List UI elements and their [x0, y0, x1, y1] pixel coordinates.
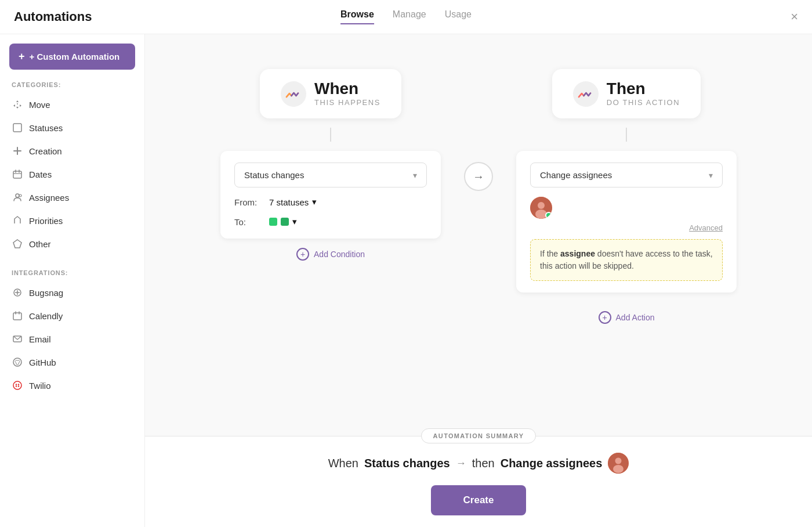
- sidebar-item-bugsnag-label: Bugsnag: [29, 288, 63, 298]
- avatar-online-badge: [545, 212, 552, 219]
- svg-marker-9: [13, 240, 21, 248]
- sidebar-item-twilio[interactable]: Twilio: [0, 374, 144, 397]
- to-row: To: ▾: [234, 216, 427, 227]
- svg-point-29: [615, 458, 622, 464]
- sidebar-item-github[interactable]: GitHub: [0, 351, 144, 374]
- when-condition-card: Status changes ▾ From: 7 statuses ▾ To:: [220, 151, 441, 239]
- to-color-2: [281, 218, 289, 226]
- add-action-row[interactable]: + Add Action: [599, 311, 655, 324]
- svg-rect-3: [13, 171, 21, 178]
- to-color-1: [269, 218, 277, 226]
- integrations-label: INTEGRATIONS:: [0, 265, 144, 281]
- other-icon: [12, 238, 23, 250]
- summary-arrow: →: [456, 457, 466, 470]
- summary-text-mid: then: [472, 457, 495, 470]
- add-condition-row[interactable]: + Add Condition: [296, 248, 365, 261]
- categories-label: CATEGORIES:: [0, 81, 144, 93]
- plus-icon: +: [19, 50, 25, 63]
- bugsnag-icon: [12, 287, 23, 298]
- sidebar-item-creation-label: Creation: [29, 146, 62, 156]
- calendly-icon: [12, 310, 23, 322]
- to-colors-button[interactable]: ▾: [269, 216, 297, 227]
- to-label: To:: [234, 217, 262, 227]
- sidebar-item-priorities[interactable]: Priorities: [0, 209, 144, 232]
- sidebar-item-twilio-label: Twilio: [29, 381, 51, 391]
- warning-bold: assignee: [560, 249, 595, 258]
- svg-rect-0: [13, 124, 21, 132]
- flow-arrow-circle: →: [464, 162, 493, 191]
- when-main-text: When: [314, 81, 380, 97]
- when-block: When THIS HAPPENS Status changes ▾ From:…: [220, 69, 441, 261]
- add-condition-icon: +: [296, 248, 309, 261]
- sidebar-item-email[interactable]: Email: [0, 327, 144, 351]
- summary-trigger: Status changes: [364, 457, 450, 470]
- clickup-logo-then: [573, 81, 599, 107]
- assignee-row: [530, 197, 723, 219]
- priorities-icon: [12, 215, 23, 226]
- sidebar-item-other-label: Other: [29, 239, 51, 249]
- sidebar-item-bugsnag[interactable]: Bugsnag: [0, 281, 144, 304]
- summary-text-pre: When: [328, 457, 358, 470]
- to-chevron-icon: ▾: [292, 216, 297, 227]
- email-icon: [12, 333, 23, 345]
- svg-point-30: [613, 465, 624, 473]
- sidebar-item-move[interactable]: Move: [0, 93, 144, 116]
- sidebar-item-assignees[interactable]: Assignees: [0, 186, 144, 209]
- sidebar-item-creation[interactable]: Creation: [0, 139, 144, 163]
- summary-action: Change assignees: [501, 457, 603, 470]
- sidebar-item-statuses[interactable]: Statuses: [0, 116, 144, 139]
- from-row: From: 7 statuses ▾: [234, 197, 427, 207]
- then-main-text: Then: [607, 81, 680, 97]
- action-dropdown-label: Change assignees: [540, 170, 612, 180]
- sidebar-item-github-label: GitHub: [29, 358, 56, 367]
- when-header-text: When THIS HAPPENS: [314, 81, 380, 107]
- sidebar-divider: [0, 255, 144, 265]
- svg-point-26: [538, 202, 545, 209]
- sidebar-item-other[interactable]: Other: [0, 232, 144, 255]
- then-header-text: Then DO THIS ACTION: [607, 81, 680, 107]
- svg-point-22: [18, 385, 19, 387]
- github-icon: [12, 356, 23, 368]
- summary-text: When Status changes → then Change assign…: [145, 453, 812, 474]
- svg-point-20: [18, 384, 19, 385]
- statuses-icon: [12, 122, 23, 133]
- flow-arrow-icon: →: [473, 170, 484, 183]
- connector-1: [330, 128, 331, 142]
- create-button[interactable]: Create: [431, 485, 527, 515]
- then-sub-text: DO THIS ACTION: [607, 98, 680, 107]
- custom-automation-button[interactable]: + + Custom Automation: [9, 44, 135, 70]
- sidebar-item-dates[interactable]: Dates: [0, 163, 144, 186]
- connector-2: [626, 128, 627, 142]
- summary-avatar: [608, 453, 629, 474]
- dates-icon: [12, 168, 23, 180]
- sidebar-item-calendly-label: Calendly: [29, 311, 63, 321]
- trigger-dropdown[interactable]: Status changes ▾: [234, 163, 427, 187]
- advanced-link[interactable]: Advanced: [530, 223, 723, 232]
- svg-point-8: [19, 194, 21, 197]
- summary-section: AUTOMATION SUMMARY When Status changes →…: [145, 436, 812, 527]
- when-header-card: When THIS HAPPENS: [260, 69, 401, 118]
- then-block: Then DO THIS ACTION Change assignees ▾: [516, 69, 737, 324]
- creation-icon: [12, 145, 23, 157]
- from-label: From:: [234, 197, 262, 207]
- action-dropdown[interactable]: Change assignees ▾: [530, 163, 723, 187]
- summary-avatar-image: [608, 453, 629, 474]
- custom-automation-label: + Custom Automation: [30, 52, 120, 62]
- sidebar-item-dates-label: Dates: [29, 169, 52, 179]
- app-title: Automations: [14, 9, 92, 24]
- close-button[interactable]: ×: [791, 9, 798, 24]
- trigger-dropdown-label: Status changes: [244, 170, 304, 180]
- tab-manage[interactable]: Manage: [393, 9, 426, 24]
- header-tabs: Browse Manage Usage: [340, 9, 472, 24]
- clickup-logo-when: [281, 81, 306, 107]
- sidebar-item-calendly[interactable]: Calendly: [0, 304, 144, 327]
- svg-point-7: [16, 194, 19, 197]
- then-header-card: Then DO THIS ACTION: [552, 69, 701, 118]
- from-statuses-button[interactable]: 7 statuses ▾: [269, 197, 317, 207]
- sidebar-item-priorities-label: Priorities: [29, 216, 63, 226]
- tab-usage[interactable]: Usage: [445, 9, 472, 24]
- svg-point-19: [16, 384, 17, 385]
- tab-browse[interactable]: Browse: [340, 9, 374, 24]
- assignees-icon: [12, 192, 23, 203]
- sidebar-item-statuses-label: Statuses: [29, 123, 63, 133]
